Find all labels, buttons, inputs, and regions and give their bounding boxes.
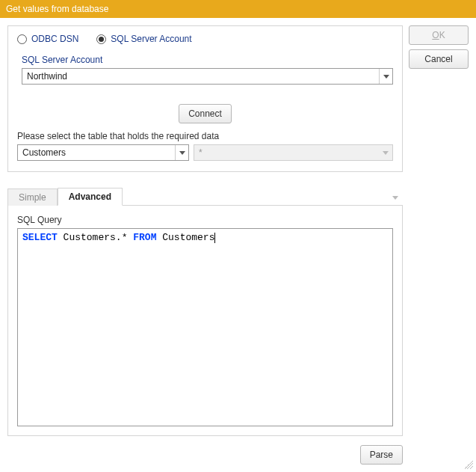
main-column: ODBC DSN SQL Server Account SQL Server A… bbox=[0, 18, 409, 472]
ok-rest: K bbox=[439, 30, 445, 40]
resize-grip-icon[interactable] bbox=[464, 460, 473, 469]
connect-row: Connect bbox=[17, 104, 393, 123]
radio-sql-server-account[interactable]: SQL Server Account bbox=[96, 34, 191, 44]
ok-accel: O bbox=[432, 30, 439, 40]
column-value: * bbox=[194, 147, 379, 158]
parse-row: Parse bbox=[7, 445, 403, 465]
tab-body: SQL Query SELECT Customers.* FROM Custom… bbox=[7, 205, 403, 436]
parse-button[interactable]: Parse bbox=[360, 445, 403, 465]
right-button-column: OK Cancel bbox=[409, 18, 476, 472]
chevron-down-icon bbox=[175, 145, 188, 160]
radio-icon bbox=[17, 34, 27, 44]
tab-advanced[interactable]: Advanced bbox=[58, 188, 123, 206]
cancel-button[interactable]: Cancel bbox=[409, 49, 469, 69]
window-title: Get values from database bbox=[6, 4, 108, 14]
ok-button[interactable]: OK bbox=[409, 25, 469, 45]
table-value: Customers bbox=[18, 145, 175, 160]
connection-radio-group: ODBC DSN SQL Server Account bbox=[17, 34, 393, 44]
dialog-window: Get values from database ODBC DSN SQL Se… bbox=[0, 0, 476, 472]
sql-query-label: SQL Query bbox=[17, 215, 393, 225]
table-select-row: Customers * bbox=[17, 144, 393, 161]
query-tab-area: Simple Advanced SQL Query SELECT Custome… bbox=[7, 187, 403, 465]
connect-button[interactable]: Connect bbox=[179, 104, 232, 123]
account-select[interactable]: Northwind bbox=[22, 68, 393, 85]
sql-query-input[interactable]: SELECT Customers.* FROM Customers bbox=[17, 228, 393, 426]
table-prompt: Please select the table that holds the r… bbox=[17, 131, 393, 141]
radio-sql-label: SQL Server Account bbox=[111, 34, 191, 44]
chevron-down-icon bbox=[379, 69, 392, 84]
column-select[interactable]: * bbox=[194, 144, 393, 161]
account-value: Northwind bbox=[22, 69, 379, 84]
tab-strip: Simple Advanced bbox=[7, 187, 403, 205]
content-area: ODBC DSN SQL Server Account SQL Server A… bbox=[0, 18, 476, 472]
tab-simple[interactable]: Simple bbox=[7, 189, 58, 206]
table-select[interactable]: Customers bbox=[17, 144, 189, 161]
titlebar: Get values from database bbox=[0, 0, 476, 18]
tab-menu-icon[interactable] bbox=[392, 191, 403, 205]
radio-icon bbox=[96, 34, 106, 44]
connection-panel: ODBC DSN SQL Server Account SQL Server A… bbox=[7, 25, 403, 172]
radio-odbc-label: ODBC DSN bbox=[31, 34, 78, 44]
radio-odbc-dsn[interactable]: ODBC DSN bbox=[17, 34, 78, 44]
chevron-down-icon bbox=[379, 151, 392, 155]
account-label: SQL Server Account bbox=[22, 55, 393, 65]
